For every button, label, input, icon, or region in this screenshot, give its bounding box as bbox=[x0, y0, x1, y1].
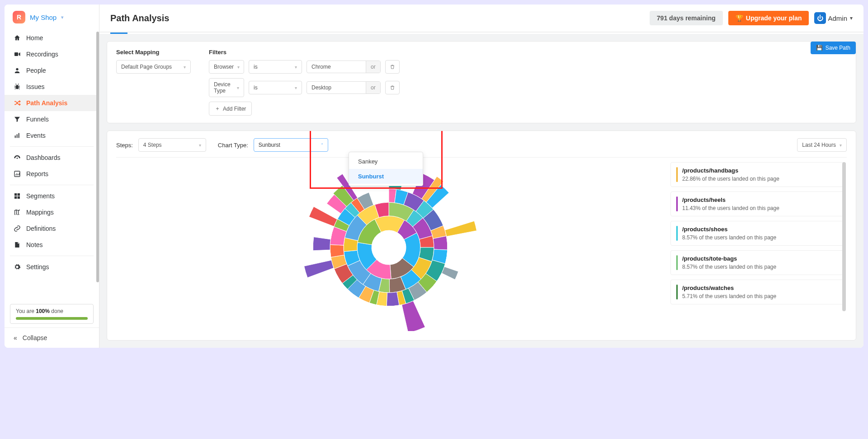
power-icon: ⏻ bbox=[814, 12, 826, 24]
filter-join-label: or bbox=[366, 82, 380, 93]
filter-value-input[interactable]: Desktopor bbox=[307, 81, 381, 94]
sidebar-item-mappings[interactable]: Mappings bbox=[5, 204, 99, 220]
sidebar-item-label: Mappings bbox=[26, 209, 54, 216]
funnel-icon bbox=[14, 116, 21, 123]
svg-point-6 bbox=[17, 158, 18, 159]
add-filter-button[interactable]: ＋Add Filter bbox=[209, 102, 252, 116]
sidebar-item-recordings[interactable]: Recordings bbox=[5, 46, 99, 62]
scrollbar[interactable] bbox=[96, 32, 99, 282]
svg-rect-4 bbox=[17, 134, 18, 138]
sidebar-item-label: Dashboards bbox=[26, 154, 61, 161]
sidebar-item-settings[interactable]: Settings bbox=[5, 259, 99, 275]
trophy-icon: 🏆 bbox=[736, 14, 743, 22]
sidebar-item-funnels[interactable]: Funnels bbox=[5, 111, 99, 127]
svg-rect-8 bbox=[14, 193, 17, 196]
sidebar-item-label: Notes bbox=[26, 241, 43, 248]
bars-icon bbox=[14, 132, 21, 139]
filters-card: Select Mapping Default Page Groups▾ Filt… bbox=[107, 41, 856, 123]
admin-menu[interactable]: ⏻ Admin ▾ bbox=[814, 12, 853, 24]
result-color-stripe bbox=[676, 167, 678, 182]
result-path: /products/watches bbox=[682, 285, 776, 291]
filter-field-select[interactable]: Browser▾ bbox=[209, 60, 244, 74]
svg-rect-10 bbox=[14, 196, 17, 199]
sidebar-item-people[interactable]: People bbox=[5, 62, 99, 79]
svg-rect-0 bbox=[14, 52, 18, 56]
timerange-select[interactable]: Last 24 Hours▾ bbox=[797, 138, 847, 152]
mapping-label: Select Mapping bbox=[116, 49, 191, 56]
collapse-sidebar-button[interactable]: « Collapse bbox=[5, 327, 99, 348]
chevron-down-icon: ▾ bbox=[237, 85, 239, 90]
grid-icon bbox=[14, 192, 21, 200]
results-panel: /products/handbags22.86% of the users la… bbox=[670, 162, 847, 333]
result-color-stripe bbox=[676, 226, 678, 241]
sidebar-item-label: Reports bbox=[26, 170, 48, 177]
video-icon bbox=[14, 51, 21, 58]
filter-row: Device Type▾is▾Desktopor bbox=[209, 78, 847, 97]
onboarding-progress: You are 100% done bbox=[10, 304, 94, 324]
sidebar-item-segments[interactable]: Segments bbox=[5, 188, 99, 204]
sidebar-item-home[interactable]: Home bbox=[5, 30, 99, 46]
delete-filter-button[interactable] bbox=[385, 81, 400, 94]
chevron-down-icon: ▾ bbox=[199, 143, 201, 148]
result-card[interactable]: /products/watches5.71% of the users land… bbox=[670, 280, 845, 304]
result-percentage: 11.43% of the users landed on this page bbox=[682, 205, 779, 211]
filter-field-select[interactable]: Device Type▾ bbox=[209, 78, 244, 97]
scrollbar[interactable] bbox=[842, 162, 846, 311]
charttype-select[interactable]: Sunburst˄ bbox=[254, 138, 328, 152]
svg-point-12 bbox=[372, 230, 406, 265]
sidebar-item-label: Recordings bbox=[26, 51, 58, 58]
sunburst-chart[interactable] bbox=[116, 162, 661, 333]
sidebar-item-definitions[interactable]: Definitions bbox=[5, 220, 99, 237]
charttype-option-sankey[interactable]: Sankey bbox=[349, 154, 423, 169]
sidebar-item-label: People bbox=[26, 67, 46, 74]
link-icon bbox=[14, 225, 21, 232]
brand-selector[interactable]: R My Shop ▾ bbox=[5, 5, 99, 30]
sidebar-item-label: Home bbox=[26, 34, 43, 42]
charttype-option-sunburst[interactable]: Sunburst bbox=[349, 169, 423, 184]
save-icon: 💾 bbox=[816, 45, 823, 51]
mapping-select[interactable]: Default Page Groups▾ bbox=[116, 60, 191, 74]
result-percentage: 22.86% of the users landed on this page bbox=[682, 176, 779, 182]
filter-operator-select[interactable]: is▾ bbox=[249, 81, 302, 94]
user-icon bbox=[14, 67, 21, 74]
chart-card: Steps: 4 Steps▾ Chart Type: Sunburst˄ La… bbox=[107, 131, 856, 341]
result-card[interactable]: /products/shoes8.57% of the users landed… bbox=[670, 221, 845, 246]
brand-name: My Shop bbox=[30, 14, 57, 21]
sidebar-item-label: Segments bbox=[26, 192, 55, 200]
sidebar-item-notes[interactable]: Notes bbox=[5, 237, 99, 253]
sidebar-item-issues[interactable]: Issues bbox=[5, 79, 99, 95]
result-percentage: 5.71% of the users landed on this page bbox=[682, 293, 776, 299]
steps-select[interactable]: 4 Steps▾ bbox=[138, 138, 206, 152]
sidebar-item-label: Settings bbox=[26, 263, 49, 271]
sidebar-item-reports[interactable]: Reports bbox=[5, 166, 99, 182]
charttype-label: Chart Type: bbox=[218, 142, 248, 149]
upgrade-plan-button[interactable]: 🏆 Upgrade your plan bbox=[728, 11, 809, 25]
sidebar-item-events[interactable]: Events bbox=[5, 127, 99, 144]
result-card[interactable]: /products/tote-bags8.57% of the users la… bbox=[670, 250, 845, 275]
sidebar-item-label: Events bbox=[26, 132, 46, 139]
main-content: Path Analysis 791 days remaining 🏆 Upgra… bbox=[99, 5, 863, 348]
sidebar-item-label: Issues bbox=[26, 83, 44, 90]
sidebar-item-dashboards[interactable]: Dashboards bbox=[5, 149, 99, 166]
result-card[interactable]: /products/heels11.43% of the users lande… bbox=[670, 191, 845, 216]
result-path: /products/shoes bbox=[682, 226, 776, 233]
filter-row: Browser▾is▾Chromeor bbox=[209, 60, 847, 74]
result-card[interactable]: /products/handbags22.86% of the users la… bbox=[670, 162, 845, 187]
plus-icon: ＋ bbox=[215, 105, 220, 112]
filter-operator-select[interactable]: is▾ bbox=[249, 60, 302, 74]
chevron-down-icon: ▾ bbox=[295, 85, 297, 90]
chevron-down-icon: ▾ bbox=[850, 15, 853, 21]
result-percentage: 8.57% of the users landed on this page bbox=[682, 234, 776, 241]
delete-filter-button[interactable] bbox=[385, 60, 400, 74]
svg-rect-5 bbox=[19, 133, 19, 138]
chart-icon bbox=[14, 170, 21, 177]
save-path-button[interactable]: 💾Save Path bbox=[811, 42, 856, 54]
result-color-stripe bbox=[676, 255, 678, 270]
result-color-stripe bbox=[676, 285, 678, 299]
home-icon bbox=[14, 34, 21, 42]
chevron-double-left-icon: « bbox=[14, 334, 17, 341]
chevron-down-icon: ▾ bbox=[61, 14, 64, 20]
sidebar-item-path-analysis[interactable]: Path Analysis bbox=[5, 95, 99, 111]
filter-value-input[interactable]: Chromeor bbox=[307, 61, 381, 73]
filter-join-label: or bbox=[366, 61, 380, 73]
